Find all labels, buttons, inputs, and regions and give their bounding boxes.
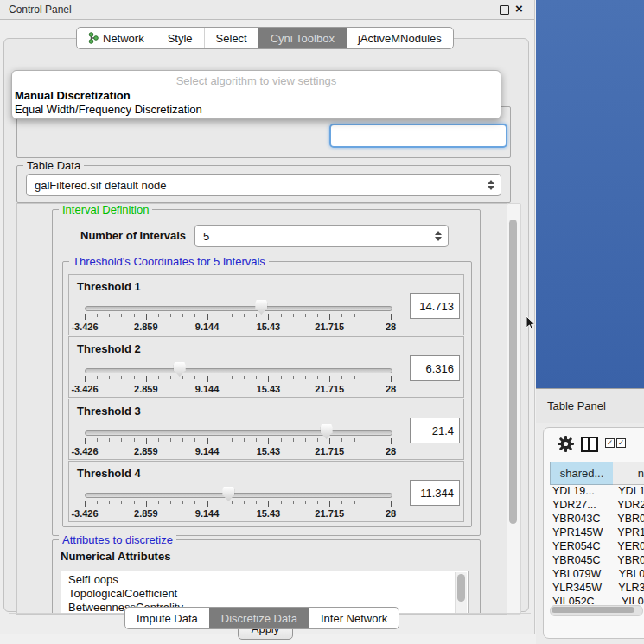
column-header-shared-name[interactable]: shared... [550, 462, 614, 485]
gear-icon[interactable] [558, 436, 574, 452]
tick-mark [182, 501, 183, 504]
tick-mark [146, 376, 147, 382]
tick-mark [244, 376, 245, 379]
cell-name: YER0 [614, 540, 644, 554]
tick-label: 2.859 [134, 446, 158, 456]
tab-label: Network [103, 32, 144, 45]
table-row[interactable]: YPR145WYPR1 [550, 526, 644, 540]
tick-mark [256, 501, 257, 504]
threshold-value-field[interactable]: 6.316 [410, 355, 460, 381]
tick-mark [85, 376, 86, 382]
cell-name: YPR1 [614, 526, 644, 540]
slider-track[interactable] [85, 430, 392, 436]
control-panel-window: Control Panel × Discretization Algorithm… [0, 0, 535, 634]
split-view-icon[interactable] [581, 437, 598, 452]
tick-mark [341, 438, 342, 442]
slider-track[interactable] [85, 306, 392, 311]
table-data-combobox[interactable]: galFiltered.sif default node [26, 174, 501, 196]
tick-mark [268, 376, 269, 382]
threshold-panel-2: Threshold 2-3.4262.8599.14415.4321.71528… [68, 336, 464, 398]
tab-network[interactable]: Network [77, 28, 156, 48]
tick-mark [207, 314, 208, 320]
slider-thumb[interactable] [255, 300, 267, 315]
tick-mark [146, 438, 147, 444]
tab-infer-network[interactable]: Infer Network [309, 608, 399, 628]
attributes-scrollbar-thumb[interactable] [457, 574, 465, 602]
slider-track[interactable] [85, 493, 392, 498]
algorithm-option-equal-width-frequency-discretization[interactable]: Equal Width/Frequency Discretization [12, 103, 501, 117]
tab-jactivemnodules[interactable]: jActiveMNodules [346, 28, 453, 48]
tick-labels: -3.4262.8599.14415.4321.71528 [85, 508, 392, 519]
tick-mark [317, 501, 318, 504]
threshold-value-field[interactable]: 21.4 [410, 418, 460, 443]
tick-mark [341, 314, 342, 317]
attributes-scrollbar[interactable] [455, 572, 467, 614]
tick-label: 15.43 [257, 508, 281, 519]
tab-label: Impute Data [137, 612, 198, 625]
settings-scrollbar-thumb[interactable] [509, 220, 517, 524]
threshold-value-field[interactable]: 11.344 [410, 480, 460, 506]
slider-thumb[interactable] [174, 362, 186, 377]
threshold-label: Threshold 2 [77, 342, 141, 355]
table-row[interactable]: YBR045CYBR0 [550, 554, 644, 568]
tick-mark [305, 501, 306, 504]
tick-mark [391, 501, 392, 507]
table-row[interactable]: YDL19...YDL1 [550, 485, 644, 499]
tick-label: 28 [386, 322, 396, 332]
screen: Control Panel × Discretization Algorithm… [0, 0, 644, 644]
tick-mark [194, 376, 195, 379]
tick-mark [354, 501, 355, 504]
number-of-intervals-value: 5 [195, 230, 209, 243]
attribute-item-topologicalcoefficient[interactable]: TopologicalCoefficient [61, 587, 468, 601]
threshold-value-field[interactable]: 14.713 [410, 293, 460, 319]
tick-mark [341, 376, 342, 379]
tick-mark [268, 501, 269, 507]
tick-mark [305, 376, 306, 379]
table-rows: YDL19...YDL1YDR27...YDR2YBR043CYBR0YPR14… [550, 485, 644, 604]
slider-track[interactable] [85, 368, 392, 373]
tick-mark [293, 501, 294, 504]
table-row[interactable]: YBR043CYBR0 [550, 513, 644, 526]
cell-shared-name: YDR27... [550, 499, 614, 513]
table-scrollbar-thumb[interactable] [552, 607, 634, 613]
table-row[interactable]: YDR27...YDR2 [550, 499, 644, 513]
tick-label: 2.859 [134, 508, 158, 519]
tab-cyni-toolbox[interactable]: Cyni Toolbox [258, 28, 346, 48]
slider-thumb[interactable] [222, 487, 234, 501]
table-horizontal-scrollbar[interactable] [550, 605, 643, 616]
tick-label: 21.715 [315, 384, 344, 394]
close-icon[interactable]: × [515, 1, 523, 16]
cell-name: YBR0 [614, 554, 644, 568]
tab-impute-data[interactable]: Impute Data [125, 608, 209, 628]
table-row[interactable]: YLR345WYLR3 [550, 582, 644, 596]
table-row[interactable]: YIL052CYIL0 [550, 596, 644, 604]
checkbox-icon[interactable]: ✓ [616, 438, 626, 448]
tab-select[interactable]: Select [204, 28, 258, 48]
table-row[interactable]: YER054CYER0 [550, 540, 644, 554]
checkbox-icon[interactable]: ✓ [605, 438, 615, 448]
tick-mark [85, 501, 86, 507]
thresholds-group-title: Threshold's Coordinates for 5 Intervals [69, 255, 269, 268]
interval-definition-group-title: Interval Definition [59, 203, 152, 216]
tab-style[interactable]: Style [156, 28, 204, 48]
cell-shared-name: YBR043C [550, 513, 614, 526]
tick-mark [281, 314, 282, 317]
table-row[interactable]: YBL079WYBL0 [550, 568, 644, 582]
settings-vertical-scrollbar[interactable] [507, 203, 521, 615]
tick-mark [268, 314, 269, 320]
tab-discretize-data[interactable]: Discretize Data [209, 608, 309, 628]
threshold-panel-4: Threshold 4-3.4262.8599.14415.4321.71528… [68, 461, 464, 522]
slider-thumb[interactable] [321, 424, 333, 439]
tick-labels: -3.4262.8599.14415.4321.71528 [85, 446, 392, 456]
float-window-icon[interactable] [500, 5, 509, 15]
network-icon [88, 32, 99, 44]
tick-label: 15.43 [257, 322, 281, 332]
tick-mark [329, 501, 330, 507]
algorithm-option-manual-discretization[interactable]: Manual Discretization [12, 89, 501, 103]
column-header-name[interactable]: name [613, 462, 644, 485]
cyni-bottom-tabs: Impute DataDiscretize DataInfer Network [124, 607, 399, 629]
attribute-item-selfloops[interactable]: SelfLoops [61, 573, 468, 587]
tick-mark [244, 438, 245, 442]
algorithm-combobox[interactable] [329, 124, 507, 148]
number-of-intervals-combobox[interactable]: 5 [194, 225, 449, 247]
